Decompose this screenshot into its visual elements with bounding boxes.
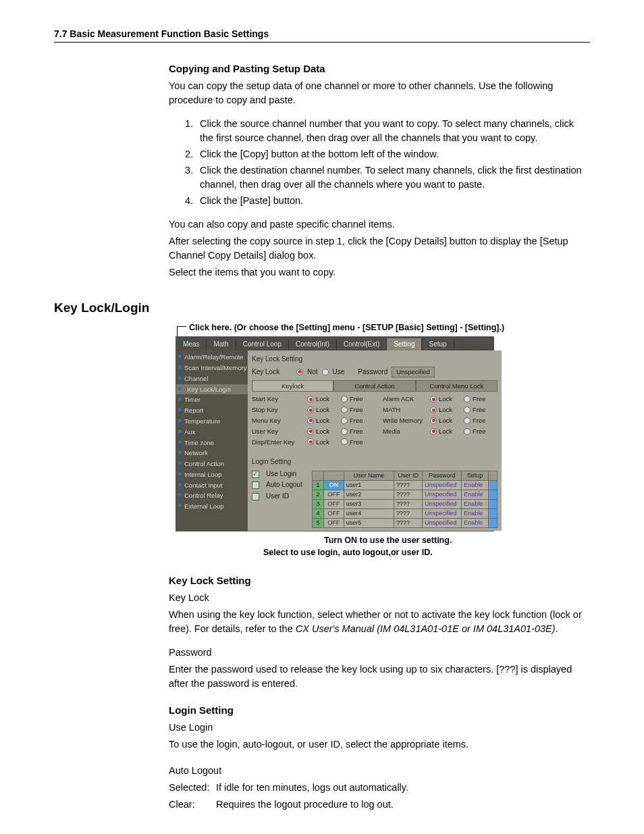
password-button[interactable]: Unspecified [392, 367, 435, 377]
body-text: After selecting the copy source in step … [169, 234, 583, 263]
cell: Unspecified [423, 499, 462, 509]
group-title: Key Lock Setting [252, 355, 498, 365]
lock-label: Lock [316, 416, 329, 425]
radio-lock[interactable] [307, 438, 314, 445]
th [312, 471, 323, 480]
cell: ???? [394, 509, 422, 518]
manual-ref: CX User's Manual (IM 04L31A01-01E or IM … [296, 623, 556, 634]
kl-label: User Key [252, 427, 307, 436]
sidebar-item[interactable]: Internal Loop [176, 469, 248, 480]
free-label: Free [350, 405, 363, 415]
cell: ???? [394, 519, 422, 528]
sidebar-item[interactable]: Timer [176, 394, 248, 405]
sidebar-item-keylock[interactable]: Key Lock/Login [176, 384, 248, 395]
cell[interactable] [488, 509, 497, 518]
kl-label: Alarm ACK [383, 394, 430, 404]
sidebar-item[interactable]: Control Relay [176, 490, 248, 501]
cell: user5 [344, 519, 394, 528]
cell: 1 [312, 480, 323, 490]
tab-setting[interactable]: Setting [387, 338, 422, 351]
radio-lock[interactable] [307, 396, 314, 402]
radio-use[interactable] [322, 369, 329, 375]
sidebar-item[interactable]: Alarm/Relay/Remote [176, 352, 248, 363]
sidebar-item[interactable]: External Loop [176, 501, 248, 512]
lock-label: Lock [439, 394, 452, 404]
sidebar-item[interactable]: Channel [176, 373, 248, 384]
password-label: Password [358, 367, 387, 377]
radio-not[interactable] [296, 369, 303, 375]
cell: Enable [462, 519, 489, 528]
user-id-label: User ID [266, 492, 289, 502]
sidebar-item[interactable]: Scan Interval/Memory [176, 363, 248, 373]
tab-setup[interactable]: Setup [422, 338, 454, 351]
use-login-label: Use Login [266, 469, 296, 479]
sidebar-item[interactable]: Contact Input [176, 480, 248, 491]
kl-label: MATH [383, 405, 430, 415]
tab-math[interactable]: Math [207, 338, 236, 351]
radio-free[interactable] [341, 396, 348, 402]
tab-control-loop[interactable]: Control Loop [236, 338, 289, 351]
table-row[interactable]: 1ONuser1????UnspecifiedEnable [312, 480, 497, 490]
sidebar: Alarm/Relay/Remote Scan Interval/Memory … [176, 350, 248, 531]
radio-lock[interactable] [430, 407, 437, 413]
sidebar-item[interactable]: Aux [176, 427, 248, 438]
annotation-bottom-1: Turn ON to use the user setting. [324, 534, 590, 546]
check-use-login[interactable] [252, 471, 259, 478]
cell[interactable] [488, 490, 497, 499]
radio-lock[interactable] [307, 407, 314, 413]
cell[interactable] [488, 519, 497, 528]
onoff-toggle[interactable]: OFF [324, 519, 344, 528]
check-user-id[interactable] [252, 493, 259, 500]
sidebar-item[interactable]: Temperature [176, 416, 248, 427]
table-row[interactable]: 4OFFuser4????UnspecifiedEnable [312, 509, 497, 518]
subtab-keylock[interactable]: Keylock [252, 380, 333, 392]
subheading: Key Lock [169, 591, 583, 605]
table-row[interactable]: 2OFFuser2????UnspecifiedEnable [312, 490, 497, 499]
cell[interactable] [488, 499, 497, 509]
th [488, 471, 497, 480]
lock-label: Lock [316, 438, 329, 447]
cell[interactable] [488, 480, 497, 490]
onoff-toggle[interactable]: OFF [324, 490, 344, 499]
radio-free[interactable] [341, 438, 348, 445]
tab-control-int[interactable]: Control(Int) [289, 338, 337, 351]
lock-label: Lock [316, 405, 329, 415]
table-row[interactable]: 5OFFuser5????UnspecifiedEnable [312, 519, 497, 528]
sidebar-item[interactable]: Control Action [176, 459, 248, 469]
radio-lock[interactable] [307, 417, 314, 424]
tab-meas[interactable]: Meas [176, 338, 207, 351]
table-row[interactable]: 3OFFuser3????UnspecifiedEnable [312, 499, 497, 509]
check-auto-logout[interactable] [252, 481, 259, 489]
cell: Enable [462, 480, 489, 490]
subtab-control-action[interactable]: Control Action [333, 380, 415, 392]
sidebar-item[interactable]: Time zone [176, 438, 248, 448]
lock-label: Lock [316, 427, 329, 436]
onoff-toggle[interactable]: ON [324, 480, 344, 490]
sidebar-item[interactable]: Report [176, 405, 248, 416]
copy-paste-title: Copying and Pasting Setup Data [169, 61, 583, 76]
onoff-toggle[interactable]: OFF [324, 499, 344, 509]
radio-free[interactable] [341, 428, 348, 435]
copy-paste-steps: Click the source channel number that you… [169, 117, 583, 208]
kl-label: Start Key [252, 394, 307, 404]
free-label: Free [473, 416, 486, 425]
radio-free[interactable] [341, 407, 348, 413]
onoff-toggle[interactable]: OFF [324, 509, 344, 518]
radio-free[interactable] [464, 396, 471, 402]
radio-free[interactable] [464, 417, 471, 424]
tab-control-ext[interactable]: Control(Ext) [337, 338, 387, 351]
kl-label: Menu Key [252, 416, 307, 425]
subheading: Auto Logout [169, 764, 583, 778]
th [324, 471, 344, 480]
radio-not-label: Not [307, 367, 318, 377]
radio-free[interactable] [341, 417, 348, 424]
subtab-control-menu-lock[interactable]: Control Menu Lock [416, 380, 498, 392]
radio-free[interactable] [464, 428, 471, 435]
body-text: When using the key lock function, select… [169, 608, 583, 636]
radio-free[interactable] [464, 407, 471, 413]
radio-lock[interactable] [430, 428, 437, 435]
radio-lock[interactable] [430, 417, 437, 424]
sidebar-item[interactable]: Network [176, 448, 248, 459]
radio-lock[interactable] [307, 428, 314, 435]
radio-lock[interactable] [430, 396, 437, 402]
